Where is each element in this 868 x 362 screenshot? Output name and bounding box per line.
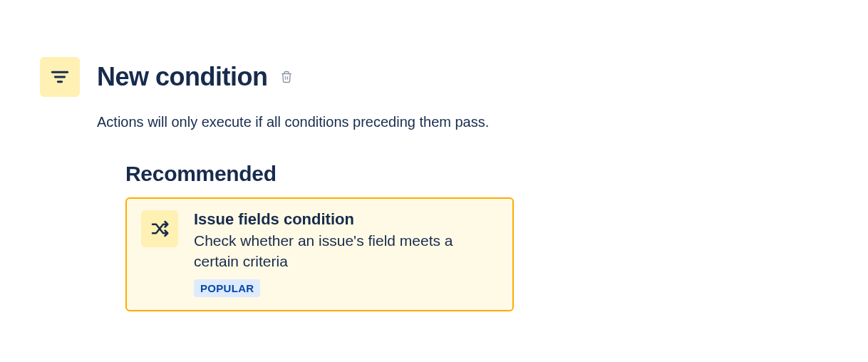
card-content: Issue fields condition Check whether an …	[194, 210, 498, 297]
popular-badge: POPULAR	[194, 279, 260, 297]
shuffle-icon	[149, 218, 170, 239]
page-title: New condition	[97, 62, 268, 92]
card-icon-box	[141, 210, 178, 247]
condition-icon-box	[40, 57, 80, 97]
trash-icon	[280, 70, 293, 84]
title-group: New condition	[97, 62, 295, 92]
card-description: Check whether an issue's field meets a c…	[194, 230, 498, 272]
filter-icon	[48, 66, 71, 88]
recommended-heading: Recommended	[125, 162, 828, 186]
recommended-section: Recommended Issue fields condition Check…	[125, 162, 828, 311]
header-row: New condition	[40, 57, 828, 97]
header-description: Actions will only execute if all conditi…	[97, 114, 828, 130]
card-title: Issue fields condition	[194, 210, 498, 229]
delete-button[interactable]	[278, 68, 295, 86]
issue-fields-condition-card[interactable]: Issue fields condition Check whether an …	[125, 197, 514, 311]
